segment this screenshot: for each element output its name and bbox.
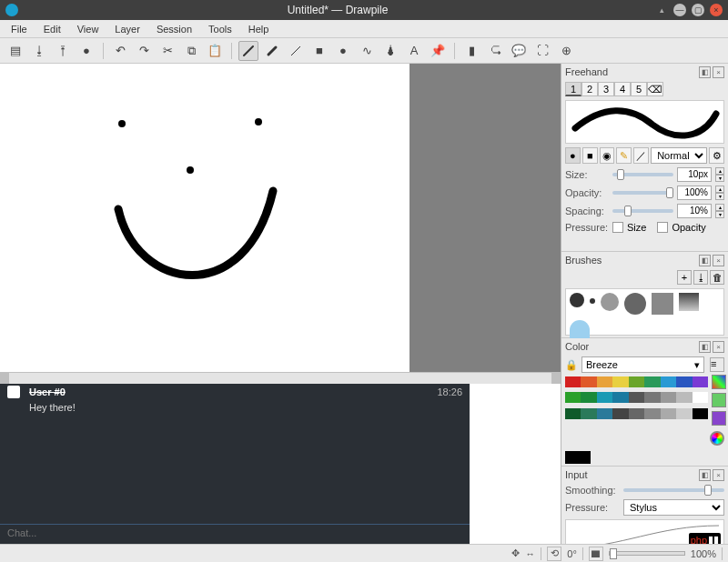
- color-swatch[interactable]: [644, 408, 660, 419]
- color-swatch[interactable]: [693, 408, 708, 419]
- color-swatch[interactable]: [644, 392, 660, 403]
- redo-icon[interactable]: ↷: [134, 41, 154, 61]
- zoom-slider[interactable]: [609, 551, 685, 556]
- panel-float-icon[interactable]: ◧: [699, 66, 711, 78]
- copy-icon[interactable]: ⧉: [181, 41, 201, 61]
- pressure-curve-graph[interactable]: php▮▮: [565, 519, 724, 544]
- brush-slot-1[interactable]: 1: [565, 82, 581, 96]
- spacing-spinner[interactable]: ▴▾: [715, 204, 724, 218]
- palette-select[interactable]: Breeze▾: [581, 356, 704, 373]
- menu-help[interactable]: Help: [241, 22, 277, 36]
- new-file-icon[interactable]: ▤: [5, 41, 25, 61]
- annotation-tool-icon[interactable]: 💬: [509, 41, 529, 61]
- panel-float-icon[interactable]: ◧: [699, 255, 711, 266]
- panel-close-icon[interactable]: ×: [713, 469, 724, 481]
- menu-session[interactable]: Session: [149, 22, 199, 36]
- size-slider[interactable]: [612, 173, 673, 176]
- color-swatch[interactable]: [565, 392, 581, 403]
- line-tool-icon[interactable]: [286, 41, 306, 61]
- brush-preset[interactable]: [590, 298, 595, 304]
- color-swatch[interactable]: [629, 376, 644, 387]
- chat-input[interactable]: Chat...: [0, 524, 470, 544]
- pointer-tool-icon[interactable]: 📌: [428, 41, 448, 61]
- brush-preset-grid[interactable]: [565, 288, 724, 336]
- window-keepabove-button[interactable]: ▴: [655, 4, 668, 16]
- panel-float-icon[interactable]: ◧: [699, 469, 711, 481]
- pressure-opacity-checkbox[interactable]: [657, 222, 668, 233]
- paste-icon[interactable]: 📋: [205, 41, 225, 61]
- current-color-swatch[interactable]: [565, 451, 591, 464]
- side-swatch[interactable]: [712, 411, 726, 426]
- canvas-area[interactable]: [0, 64, 561, 372]
- color-swatch[interactable]: [565, 408, 581, 419]
- brush-shape-round-icon[interactable]: ●: [565, 147, 581, 164]
- color-swatch[interactable]: [644, 376, 660, 387]
- brush-import-icon[interactable]: ⭳: [693, 270, 708, 285]
- color-swatch[interactable]: [581, 376, 596, 387]
- color-swatch[interactable]: [597, 376, 612, 387]
- blend-mode-select[interactable]: Normal: [651, 147, 707, 164]
- size-value[interactable]: 10px: [677, 167, 712, 182]
- color-swatch[interactable]: [676, 408, 692, 419]
- color-swatch[interactable]: [661, 392, 676, 403]
- record-icon[interactable]: ●: [76, 41, 96, 61]
- chat-tab-icon[interactable]: [7, 386, 20, 398]
- palette-lock-icon[interactable]: 🔒: [565, 359, 578, 371]
- fill-tool-icon[interactable]: 🌢: [380, 41, 400, 61]
- brush-preset[interactable]: [679, 293, 699, 311]
- brush-tool-icon[interactable]: [262, 41, 282, 61]
- color-swatch[interactable]: [693, 392, 708, 403]
- save-file-icon[interactable]: ⭱: [53, 41, 73, 61]
- window-close-button[interactable]: ×: [710, 4, 723, 16]
- color-swatch[interactable]: [676, 376, 692, 387]
- brush-delete-icon[interactable]: 🗑: [710, 270, 724, 285]
- brush-preset[interactable]: [624, 293, 646, 315]
- brush-preset[interactable]: [652, 293, 673, 315]
- palette-menu-icon[interactable]: ≡: [710, 357, 724, 372]
- brush-slot-5[interactable]: 5: [631, 82, 647, 96]
- panel-close-icon[interactable]: ×: [713, 255, 724, 266]
- brush-shape-soft-icon[interactable]: ◉: [600, 147, 615, 164]
- color-swatch[interactable]: [693, 376, 708, 387]
- horizontal-scrollbar[interactable]: [0, 372, 561, 384]
- window-minimize-button[interactable]: —: [673, 4, 686, 16]
- color-swatch[interactable]: [581, 408, 596, 419]
- opacity-value[interactable]: 100%: [677, 186, 712, 200]
- brush-add-icon[interactable]: +: [677, 270, 692, 285]
- bezier-tool-icon[interactable]: ∿: [357, 41, 377, 61]
- brush-slot-4[interactable]: 4: [614, 82, 631, 96]
- menu-view[interactable]: View: [70, 22, 106, 36]
- pressure-source-select[interactable]: Stylus: [623, 499, 724, 516]
- brush-shape-square-icon[interactable]: ■: [582, 147, 598, 164]
- rectangle-tool-icon[interactable]: ■: [309, 41, 329, 61]
- cut-icon[interactable]: ✂: [157, 41, 177, 61]
- color-swatch[interactable]: [597, 408, 612, 419]
- size-spinner[interactable]: ▴▾: [715, 167, 724, 182]
- rotate-reset-button[interactable]: ⟲: [547, 547, 561, 561]
- menu-tools[interactable]: Tools: [201, 22, 239, 36]
- color-swatch[interactable]: [612, 408, 628, 419]
- side-swatch[interactable]: [712, 393, 726, 407]
- color-swatch[interactable]: [661, 408, 676, 419]
- canvas[interactable]: [0, 64, 410, 372]
- color-swatch[interactable]: [612, 376, 628, 387]
- smoothing-slider[interactable]: [623, 488, 724, 492]
- color-swatch[interactable]: [661, 376, 676, 387]
- opacity-spinner[interactable]: ▴▾: [715, 186, 724, 200]
- menu-file[interactable]: File: [4, 22, 35, 36]
- center-view-icon[interactable]: ⊕: [556, 41, 576, 61]
- color-swatch[interactable]: [581, 392, 596, 403]
- panel-float-icon[interactable]: ◧: [699, 341, 711, 353]
- color-swatch[interactable]: [676, 392, 692, 403]
- pressure-size-checkbox[interactable]: [612, 222, 623, 233]
- text-tool-icon[interactable]: A: [404, 41, 424, 61]
- brush-settings-icon[interactable]: ⚙: [709, 147, 724, 164]
- opacity-slider[interactable]: [612, 191, 673, 195]
- flip-tool-icon[interactable]: ⮎: [485, 41, 505, 61]
- window-maximize-button[interactable]: ▢: [692, 4, 704, 16]
- menu-edit[interactable]: Edit: [36, 22, 68, 36]
- brush-preset[interactable]: [570, 293, 584, 307]
- side-swatch[interactable]: [712, 375, 726, 389]
- brush-mode-erase-icon[interactable]: ✎: [616, 147, 632, 164]
- brush-slot-2[interactable]: 2: [581, 82, 598, 96]
